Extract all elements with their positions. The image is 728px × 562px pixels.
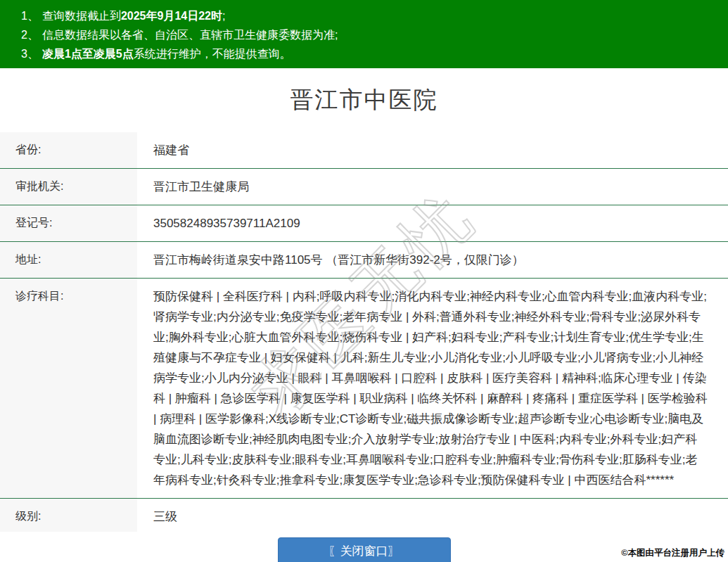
notice-text: 信息数据结果以各省、自治区、直辖市卫生健康委数据为准;	[42, 29, 338, 41]
notice-line-1: 1、查询数据截止到2025年9月14日22时;	[21, 6, 714, 25]
row-value: 晋江市梅岭街道泉安中路1105号 （晋江市新华街392-2号，仅限门诊）	[137, 242, 728, 278]
row-label: 诊疗科目:	[0, 279, 137, 498]
notice-banner: 1、查询数据截止到2025年9月14日22时; 2、信息数据结果以各省、自治区、…	[0, 0, 728, 68]
notice-line-3: 3、凌晨1点至凌晨5点系统进行维护，不能提供查询。	[21, 44, 714, 63]
table-row-province: 省份: 福建省	[0, 132, 728, 168]
row-label: 地址:	[0, 242, 137, 278]
footer-note: ©本图由平台注册用户上传	[621, 547, 724, 559]
notice-text: ;	[222, 10, 225, 22]
notice-text: 查询数据截止到	[42, 10, 121, 22]
row-label: 省份:	[0, 132, 137, 168]
page-title: 晋江市中医院	[290, 84, 438, 116]
row-value: 晋江市卫生健康局	[137, 169, 728, 205]
table-row-registration-number: 登记号: 35058248935739711A2109	[0, 205, 728, 241]
row-label: 审批机关:	[0, 169, 137, 205]
close-window-button[interactable]: 〖关闭窗口〗	[278, 537, 451, 562]
row-label: 级别:	[0, 499, 137, 535]
table-row-medical-subjects: 诊疗科目: 预防保健科 | 全科医疗科 | 内科;呼吸内科专业;消化内科专业;神…	[0, 278, 728, 498]
notice-number: 1、	[21, 10, 39, 22]
query-result-page: 1、查询数据截止到2025年9月14日22时; 2、信息数据结果以各省、自治区、…	[0, 0, 728, 562]
title-wrap: 晋江市中医院	[0, 68, 728, 132]
row-value: 福建省	[137, 132, 728, 168]
row-value: 35058248935739711A2109	[137, 205, 728, 241]
notice-text-bold: 凌晨1点至凌晨5点	[42, 48, 134, 60]
notice-text: 系统进行维护，不能提供查询。	[134, 48, 291, 60]
notice-text-bold: 2025年9月14日22时	[121, 10, 222, 22]
notice-line-2: 2、信息数据结果以各省、自治区、直辖市卫生健康委数据为准;	[21, 25, 714, 44]
table-row-level: 级别: 三级	[0, 498, 728, 535]
row-value: 三级	[137, 499, 728, 535]
hospital-info-table: 省份: 福建省 审批机关: 晋江市卫生健康局 登记号: 350582489357…	[0, 132, 728, 562]
row-label: 登记号:	[0, 205, 137, 241]
notice-number: 3、	[21, 48, 39, 60]
table-row-approval-authority: 审批机关: 晋江市卫生健康局	[0, 168, 728, 205]
bottom-bar: 〖关闭窗口〗	[0, 532, 728, 562]
table-row-address: 地址: 晋江市梅岭街道泉安中路1105号 （晋江市新华街392-2号，仅限门诊）	[0, 241, 728, 278]
row-value: 预防保健科 | 全科医疗科 | 内科;呼吸内科专业;消化内科专业;神经内科专业;…	[137, 279, 728, 498]
notice-number: 2、	[21, 29, 39, 41]
